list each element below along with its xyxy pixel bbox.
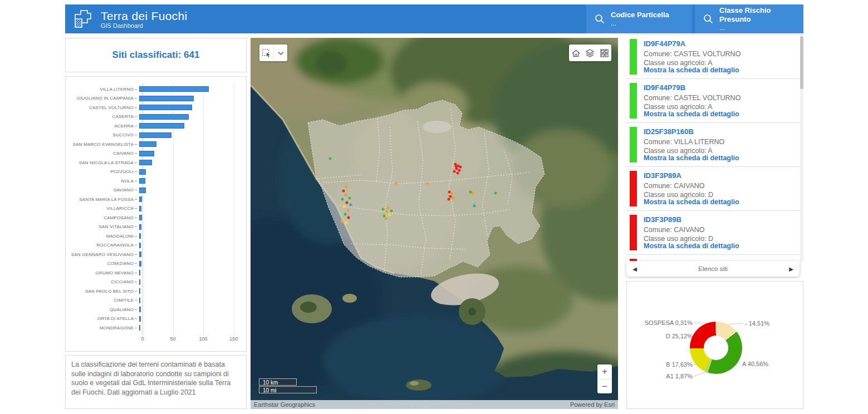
bar[interactable] <box>139 261 141 267</box>
bar-chart-card: VILLA LITERNOGIUGLIANO IN CAMPANIACASTEL… <box>65 76 247 352</box>
description-card: La classificazione dei terreni contamina… <box>65 355 247 409</box>
site-detail-link[interactable]: Mostra la scheda di dettaglio <box>644 242 739 250</box>
pager-prev-arrow[interactable]: ◀ <box>626 266 643 272</box>
attribution-esri: Powered by Esri <box>570 400 615 409</box>
list-scrollbar[interactable] <box>800 35 803 262</box>
site-id-link[interactable]: ID9F44P79B <box>644 83 685 92</box>
layers-button-icon[interactable] <box>585 48 595 58</box>
map-topright-toolbar <box>569 45 611 61</box>
bar[interactable] <box>139 233 141 239</box>
select-by-rectangle-button[interactable] <box>259 45 273 61</box>
site-meta: Comune: CASTEL VOLTURNO Classe uso agric… <box>644 50 741 67</box>
volcano-vesuvius <box>459 298 486 325</box>
bar-track <box>139 141 231 147</box>
pager-next-arrow[interactable]: ▶ <box>783 266 800 272</box>
bar-category-label: ORTA DI ATELLA <box>66 316 137 321</box>
search-value[interactable]: ... <box>719 24 803 32</box>
bar-track <box>139 178 231 184</box>
bar-category-label: SUCCIVO <box>66 132 137 137</box>
select-rectangle-icon <box>262 48 271 58</box>
search-classe-rischio[interactable]: Classe Rischio Presunto ... <box>695 4 803 33</box>
bar-track <box>139 206 231 211</box>
bar[interactable] <box>139 151 154 156</box>
scalebar-km: 10 km <box>259 378 297 386</box>
site-id-link[interactable]: ID3F3P89B <box>644 215 681 224</box>
bar[interactable] <box>139 206 141 211</box>
bar-track <box>139 279 231 285</box>
bar-category-label: SAN NICOLA LA STRADA <box>66 160 137 165</box>
bar[interactable] <box>139 178 145 184</box>
bar[interactable] <box>139 316 141 322</box>
bar-track <box>139 96 231 101</box>
bar[interactable] <box>139 105 192 110</box>
bar-row: CICCIANO <box>66 278 246 287</box>
gis-dashboard: Terra dei Fuochi GIS Dashboard Codice Pa… <box>0 0 868 414</box>
app-subtitle: GIS Dashboard <box>101 22 187 29</box>
bar[interactable] <box>139 86 209 92</box>
bar[interactable] <box>139 252 141 257</box>
bar[interactable] <box>139 114 189 120</box>
site-meta: Comune: VILLA LITERNO Classe uso agricol… <box>644 137 724 155</box>
bar-row: ACERRA <box>66 121 246 131</box>
bar[interactable] <box>139 215 142 220</box>
site-list[interactable]: ID9F44P79A Comune: CASTEL VOLTURNO Class… <box>626 34 803 262</box>
bar[interactable] <box>139 243 141 248</box>
site-id-link[interactable]: ID3F3P89A <box>644 171 681 180</box>
bar-row: MADDALONI <box>66 231 246 241</box>
select-tool-dropdown[interactable] <box>273 45 287 61</box>
bar-track <box>139 316 231 322</box>
home-button-icon[interactable] <box>571 48 581 58</box>
bar[interactable] <box>139 288 140 294</box>
bar[interactable] <box>139 141 156 147</box>
site-comune: Comune: CASTEL VOLTURNO <box>644 50 741 58</box>
bar[interactable] <box>139 132 171 138</box>
bar[interactable] <box>139 196 142 202</box>
zoom-out-button[interactable]: − <box>597 379 612 393</box>
bar-track <box>139 123 231 129</box>
bar[interactable] <box>139 188 146 193</box>
bar-track <box>139 196 231 202</box>
donut-label-b: B 17,63% <box>637 361 693 368</box>
bar[interactable] <box>139 224 141 230</box>
bar-row: VILLA LITERNO <box>66 85 246 94</box>
search-value[interactable]: ... <box>611 19 669 27</box>
bar-track <box>139 105 231 110</box>
site-detail-link[interactable]: Mostra la scheda di dettaglio <box>644 154 739 162</box>
site-status-bar <box>630 215 637 250</box>
site-comune: Comune: CASTEL VOLTURNO <box>644 93 741 102</box>
search-icon <box>703 13 714 24</box>
bar[interactable] <box>139 270 140 275</box>
site-meta: Comune: CAIVANO Classe uso agricolo: D <box>644 225 713 243</box>
bar-category-label: COMIZIANO <box>66 261 137 266</box>
bar-track <box>139 243 231 248</box>
site-detail-link[interactable]: Mostra la scheda di dettaglio <box>644 66 739 74</box>
bar-category-label: CAMPOSANO <box>66 215 137 220</box>
bar[interactable] <box>139 279 140 285</box>
bar-category-label: CAIVANO <box>66 151 137 156</box>
map-canvas[interactable]: + − 10 km 10 mi Earthstar Geographics Po… <box>251 38 618 409</box>
site-id-link[interactable]: ID9F44P79A <box>644 40 685 48</box>
bar[interactable] <box>139 298 140 303</box>
site-status-bar <box>630 83 637 119</box>
bar[interactable] <box>139 169 146 175</box>
bar-category-label: NOLA <box>66 179 137 184</box>
scrollbar-thumb[interactable] <box>800 36 803 89</box>
bar[interactable] <box>139 96 194 101</box>
zoom-in-button[interactable]: + <box>597 364 612 379</box>
bar-row: SAN MARCO EVANGELISTA <box>66 140 246 149</box>
site-card: ID9F44P79A Comune: CASTEL VOLTURNO Class… <box>626 35 803 79</box>
map-select-tool[interactable] <box>259 45 287 61</box>
bar[interactable] <box>139 307 141 312</box>
site-card: ID25F38P160B Comune: VILLA LITERNO Class… <box>626 123 803 167</box>
site-id-link[interactable]: ID25F38P160B <box>644 127 694 136</box>
site-detail-link[interactable]: Mostra la scheda di dettaglio <box>644 110 739 118</box>
bar[interactable] <box>139 325 140 331</box>
search-codice-particella[interactable]: Codice Particella ... <box>586 4 692 33</box>
bar[interactable] <box>139 123 184 129</box>
basemap-gallery-button-icon[interactable] <box>600 48 609 58</box>
bar-category-label: SAVIANO <box>66 188 137 193</box>
bar-row: CASERTA <box>66 112 246 122</box>
x-axis-tick-label: 0 <box>141 336 144 342</box>
bar[interactable] <box>139 160 152 165</box>
site-detail-link[interactable]: Mostra la scheda di dettaglio <box>644 198 739 206</box>
